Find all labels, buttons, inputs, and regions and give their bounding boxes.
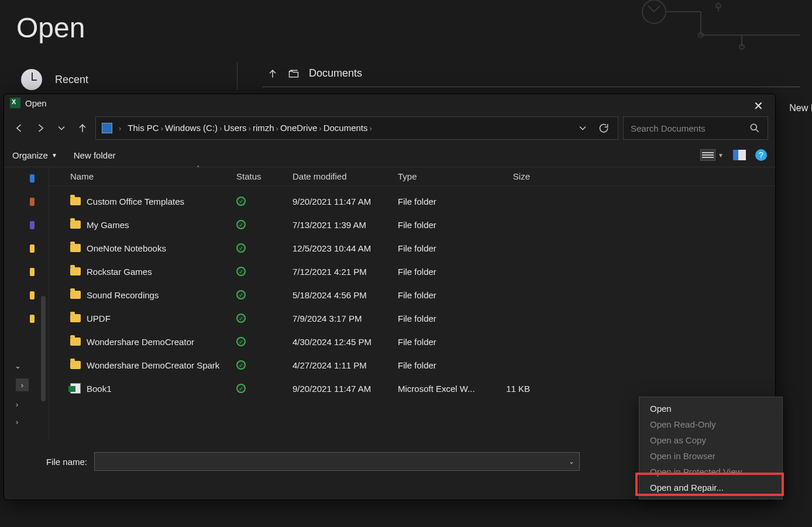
sync-ok-icon: ✓ — [236, 290, 246, 299]
recent-nav-item[interactable]: Recent — [21, 69, 88, 90]
sync-ok-icon: ✓ — [236, 360, 246, 370]
organize-button[interactable]: Organize▼ — [12, 150, 57, 160]
tree-expander-1[interactable]: › — [16, 400, 18, 409]
dialog-titlebar[interactable]: Open — [4, 94, 775, 112]
vertical-separator — [237, 62, 238, 90]
excel-icon — [10, 98, 20, 108]
sync-ok-icon: ✓ — [236, 197, 246, 206]
file-type: File folder — [398, 360, 484, 370]
file-type: File folder — [398, 337, 484, 347]
address-dropdown[interactable] — [574, 120, 591, 136]
file-type: Microsoft Excel W... — [398, 384, 484, 394]
svg-point-4 — [751, 124, 756, 130]
file-type: File folder — [398, 267, 484, 277]
location-header[interactable]: Documents — [267, 67, 362, 80]
tree-collapse-icon[interactable]: ⌄ — [15, 361, 21, 370]
excel-file-icon — [70, 383, 81, 394]
col-size[interactable]: Size — [484, 171, 541, 181]
chevron-right-icon[interactable]: › — [319, 124, 321, 133]
file-date: 5/18/2024 4:56 PM — [293, 290, 398, 300]
sync-ok-icon: ✓ — [236, 337, 246, 346]
new-folder-button-backpage[interactable]: New Fol — [789, 103, 812, 113]
svg-point-3 — [716, 4, 721, 8]
tree-expand-button[interactable]: › — [16, 378, 29, 391]
chevron-right-icon: › — [119, 124, 121, 133]
tree-item-stub[interactable] — [30, 291, 35, 299]
breadcrumb-segment[interactable]: OneDrive — [280, 123, 317, 133]
scrollbar[interactable] — [41, 296, 46, 401]
breadcrumb-segment[interactable]: rimzh — [253, 123, 274, 133]
breadcrumb-segment[interactable]: This PC — [128, 123, 159, 133]
col-name[interactable]: Name — [49, 171, 236, 181]
file-row[interactable]: Wondershare DemoCreator Spark✓4/27/2024 … — [49, 353, 775, 377]
file-name: UPDF — [87, 314, 111, 323]
help-button[interactable]: ? — [755, 149, 767, 161]
sync-ok-icon: ✓ — [236, 314, 246, 323]
file-name-label: File name: — [17, 457, 87, 467]
file-name: Book1 — [87, 384, 112, 394]
tree-item-stub[interactable] — [30, 198, 35, 206]
file-name: Wondershare DemoCreator — [87, 337, 194, 347]
chevron-right-icon[interactable]: › — [219, 124, 222, 133]
forward-button[interactable] — [32, 120, 49, 136]
menu-item-open-in-browser: Open in Browser — [639, 448, 782, 464]
file-date: 7/13/2021 1:39 AM — [293, 220, 398, 230]
location-label: Documents — [309, 67, 362, 80]
file-name-input[interactable]: ⌄ — [94, 452, 580, 471]
up-button[interactable] — [74, 120, 91, 136]
tree-item-stub[interactable] — [30, 315, 35, 323]
sync-ok-icon: ✓ — [236, 220, 246, 229]
address-bar[interactable]: › This PC›Windows (C:)›Users›rimzh›OneDr… — [95, 116, 618, 140]
col-status[interactable]: Status — [236, 171, 293, 181]
tree-item-stub[interactable] — [30, 221, 35, 229]
search-icon — [749, 122, 761, 134]
file-name-dropdown-icon[interactable]: ⌄ — [569, 457, 574, 466]
view-mode-button[interactable]: ▼ — [700, 149, 724, 161]
breadcrumb-segment[interactable]: Users — [223, 123, 246, 133]
sync-ok-icon: ✓ — [236, 267, 246, 276]
file-row[interactable]: Wondershare DemoCreator✓4/30/2024 12:45 … — [49, 330, 775, 353]
file-row[interactable]: UPDF✓7/9/2024 3:17 PMFile folder — [49, 306, 775, 330]
decorative-circuit — [625, 0, 812, 58]
column-headers[interactable]: ˄ Name Status Date modified Type Size — [49, 167, 775, 186]
file-row[interactable]: Custom Office Templates✓9/20/2021 11:47 … — [49, 190, 775, 213]
file-type: File folder — [398, 290, 484, 300]
tree-item-stub[interactable] — [30, 244, 35, 253]
file-row[interactable]: Sound Recordings✓5/18/2024 4:56 PMFile f… — [49, 283, 775, 306]
file-type: File folder — [398, 314, 484, 323]
svg-point-1 — [699, 33, 703, 37]
chevron-right-icon[interactable]: › — [276, 124, 278, 133]
preview-pane-button[interactable] — [733, 150, 746, 160]
open-folder-icon — [288, 68, 300, 80]
breadcrumb-segment[interactable]: Documents — [324, 123, 368, 133]
recent-locations-button[interactable] — [53, 120, 70, 136]
file-row[interactable]: OneNote Notebooks✓12/5/2023 10:44 AMFile… — [49, 236, 775, 260]
tree-expander-2[interactable]: › — [16, 418, 18, 426]
file-row[interactable]: My Games✓7/13/2021 1:39 AMFile folder — [49, 213, 775, 236]
col-date[interactable]: Date modified — [293, 171, 398, 181]
col-type[interactable]: Type — [398, 171, 484, 181]
menu-item-open[interactable]: Open — [639, 401, 782, 416]
file-name: My Games — [87, 220, 129, 230]
file-name: Rockstar Games — [87, 267, 152, 277]
search-placeholder: Search Documents — [631, 123, 706, 133]
close-button[interactable]: ✕ — [748, 98, 769, 114]
refresh-button[interactable] — [596, 120, 612, 136]
chevron-right-icon[interactable]: › — [249, 124, 251, 133]
chevron-right-icon[interactable]: › — [161, 124, 163, 133]
new-folder-button[interactable]: New folder — [74, 150, 116, 160]
svg-point-0 — [642, 0, 666, 23]
back-button[interactable] — [11, 120, 27, 136]
search-input[interactable]: Search Documents — [623, 116, 768, 140]
menu-item-open-in-protected-view: Open in Protected View — [639, 464, 782, 480]
tree-item-stub[interactable] — [30, 268, 35, 276]
file-row[interactable]: Rockstar Games✓7/12/2021 4:21 PMFile fol… — [49, 260, 775, 283]
file-type: File folder — [398, 197, 484, 206]
file-date: 4/27/2024 1:11 PM — [293, 360, 398, 370]
file-name: OneNote Notebooks — [87, 243, 166, 253]
file-date: 7/9/2024 3:17 PM — [293, 314, 398, 323]
tree-item-stub[interactable] — [30, 174, 35, 182]
breadcrumb-segment[interactable]: Windows (C:) — [165, 123, 218, 133]
chevron-right-icon[interactable]: › — [370, 124, 372, 133]
menu-item-open-and-repair[interactable]: Open and Repair... — [639, 480, 782, 495]
